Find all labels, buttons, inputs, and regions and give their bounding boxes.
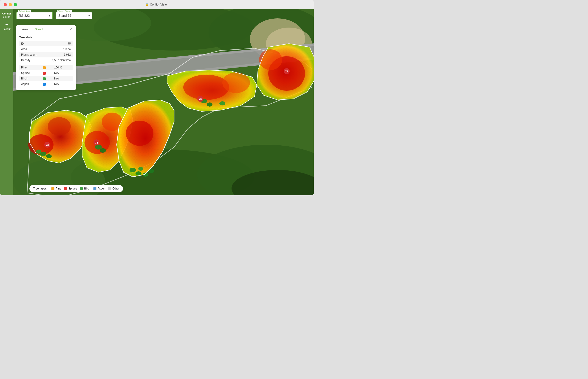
species-color-dot [43, 66, 46, 69]
table-row: Plants count1,932 [19, 52, 73, 57]
legend-label: Birch [84, 187, 90, 190]
info-panel: Area Stand ✕ Tree data ID75Area1.3 haPla… [16, 25, 76, 90]
species-row: Pine 100 % [19, 65, 73, 70]
svg-point-50 [259, 49, 282, 70]
stand-select[interactable]: Stand 73 Stand 74 Stand 75 Stand 76 Stan… [56, 12, 92, 19]
panel-content: Tree data ID75Area1.3 haPlants count1,93… [16, 33, 76, 90]
legend-swatch [108, 187, 111, 190]
species-swatch-cell [41, 76, 52, 81]
species-name: Birch [19, 76, 41, 81]
svg-point-41 [183, 75, 229, 100]
traffic-lights [4, 3, 17, 6]
area-select[interactable]: RS-322 RS-100 RS-200 [16, 12, 53, 19]
species-value: N/A [52, 70, 73, 76]
species-swatch-cell [41, 70, 52, 76]
lock-icon: 🔒 [145, 3, 149, 6]
close-button[interactable] [4, 3, 7, 6]
area-select-label: Select Area [18, 10, 31, 13]
svg-text:77: 77 [285, 70, 288, 73]
legend-item-aspen[interactable]: Aspen [93, 187, 106, 190]
species-name: Pine [19, 65, 41, 70]
controls-bar: Select Area RS-322 RS-100 RS-200 ▼ Selec… [16, 12, 92, 19]
svg-text:74: 74 [95, 141, 98, 144]
logout-button[interactable]: ➜ Logout [3, 22, 11, 30]
species-table: Pine 100 % Spruce N/A Birch N/A Aspen N/… [19, 65, 73, 87]
row-value: 1,932 [44, 52, 73, 57]
svg-point-36 [138, 167, 143, 171]
species-swatch-cell [41, 81, 52, 87]
row-label: Area [19, 47, 44, 52]
legend-item-other[interactable]: Other [108, 187, 119, 190]
species-value: N/A [52, 76, 73, 81]
species-row: Spruce N/A [19, 70, 73, 76]
row-label: ID [19, 41, 44, 47]
svg-text:76: 76 [199, 98, 202, 100]
species-swatch-cell [41, 65, 52, 70]
svg-point-32 [126, 121, 154, 146]
species-name: Spruce [19, 70, 41, 76]
table-row: Density1,507 plants/ha [19, 57, 73, 63]
species-value: 100 % [52, 65, 73, 70]
logout-icon: ➜ [5, 22, 8, 27]
table-row: ID75 [19, 41, 73, 47]
legend-title: Tree types [33, 187, 47, 190]
species-color-dot [43, 72, 46, 75]
legend-bar: Tree types PineSpruceBirchAspenOther [30, 185, 123, 192]
species-row: Aspen N/A [19, 81, 73, 87]
panel-close-button[interactable]: ✕ [68, 26, 73, 32]
map-container[interactable]: 73 74 76 77 Select Area RS-322 RS-100 RS… [13, 9, 314, 195]
species-color-dot [43, 78, 46, 80]
title-bar: 🔒 Conifer Vision [0, 0, 314, 9]
legend-label: Other [112, 187, 119, 190]
row-value: 75 [44, 41, 73, 47]
stand-select-label: Select Stand [57, 10, 72, 13]
legend-items: PineSpruceBirchAspenOther [51, 187, 119, 190]
legend-swatch [64, 187, 67, 190]
svg-point-21 [36, 150, 41, 154]
svg-point-18 [48, 117, 71, 136]
legend-swatch [51, 187, 54, 190]
legend-swatch [80, 187, 83, 190]
legend-item-birch[interactable]: Birch [80, 187, 90, 190]
legend-item-spruce[interactable]: Spruce [64, 187, 77, 190]
svg-point-20 [46, 154, 52, 158]
species-row: Birch N/A [19, 76, 73, 81]
row-value: 1,507 plants/ha [44, 57, 73, 63]
species-name: Aspen [19, 81, 41, 87]
svg-point-33 [130, 168, 136, 172]
species-value: N/A [52, 81, 73, 87]
row-value: 1.3 ha [44, 47, 73, 52]
row-label: Plants count [19, 52, 44, 57]
maximize-button[interactable] [14, 3, 17, 6]
legend-swatch [93, 187, 96, 190]
panel-tabs: Area Stand ✕ [16, 25, 76, 33]
window-title: 🔒 Conifer Vision [145, 3, 169, 6]
area-select-wrapper: Select Area RS-322 RS-100 RS-200 ▼ [16, 12, 53, 19]
tree-data-table: ID75Area1.3 haPlants count1,932Density1,… [19, 41, 73, 63]
row-label: Density [19, 57, 44, 63]
legend-label: Pine [56, 187, 61, 190]
legend-label: Aspen [98, 187, 106, 190]
svg-point-34 [136, 171, 141, 175]
sidebar: Conifer Vision ➜ Logout [0, 9, 13, 195]
legend-label: Spruce [68, 187, 77, 190]
tab-area[interactable]: Area [19, 25, 31, 33]
sidebar-logo: Conifer Vision [2, 12, 11, 19]
svg-point-44 [207, 102, 213, 107]
species-color-dot [43, 83, 46, 86]
svg-text:73: 73 [46, 143, 49, 146]
legend-item-pine[interactable]: Pine [51, 187, 61, 190]
svg-point-42 [222, 72, 250, 93]
minimize-button[interactable] [9, 3, 12, 6]
tree-data-title: Tree data [19, 36, 73, 39]
svg-point-28 [100, 148, 106, 153]
stand-select-wrapper: Select Stand Stand 73 Stand 74 Stand 75 … [56, 12, 92, 19]
app-container: Conifer Vision ➜ Logout [0, 9, 314, 195]
svg-point-45 [219, 101, 225, 105]
table-row: Area1.3 ha [19, 47, 73, 52]
tab-stand[interactable]: Stand [31, 25, 46, 33]
